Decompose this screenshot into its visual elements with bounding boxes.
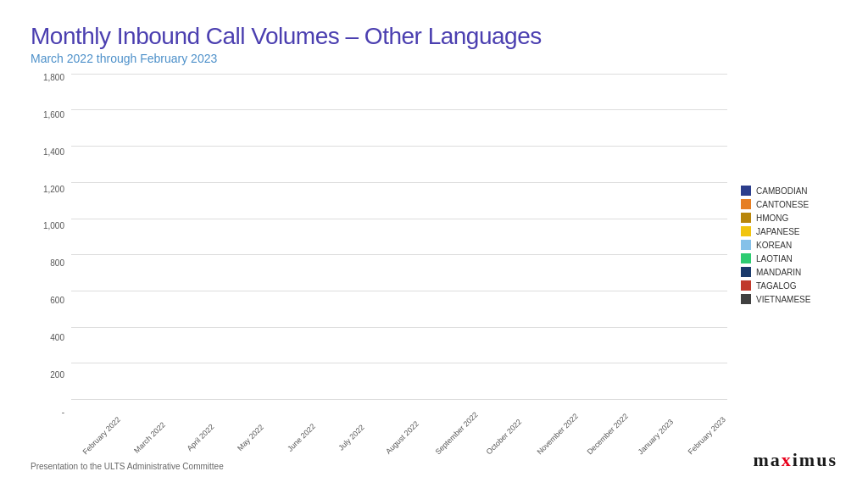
legend-item-hmong: HMONG xyxy=(741,213,837,223)
legend-label: JAPANESE xyxy=(756,227,800,236)
legend-label: LAOTIAN xyxy=(756,254,793,263)
chart-inner: 1,8001,6001,4001,2001,000800600400200- F… xyxy=(31,74,727,444)
y-axis-label: 1,000 xyxy=(43,222,64,230)
legend-label: VIETNAMESE xyxy=(756,295,810,304)
legend-item-mandarin: MANDARIN xyxy=(741,267,837,277)
y-axis-label: 400 xyxy=(50,334,64,342)
bars-and-grid: February 2022March 2022April 2022May 202… xyxy=(71,74,727,444)
legend-color-swatch xyxy=(741,213,751,223)
legend-label: HMONG xyxy=(756,214,788,223)
y-axis-label: 1,400 xyxy=(43,148,64,157)
legend-label: CAMBODIAN xyxy=(756,186,808,196)
y-axis-label: 600 xyxy=(50,297,64,305)
legend-label: KOREAN xyxy=(756,241,792,250)
footer-text: Presentation to the ULTS Administrative … xyxy=(31,462,224,471)
legend-item-cantonese: CANTONESE xyxy=(741,199,837,209)
legend-color-swatch xyxy=(741,267,751,277)
bars-row xyxy=(71,74,727,400)
grid-and-bars xyxy=(71,74,727,400)
legend-label: MANDARIN xyxy=(756,268,801,277)
legend-color-swatch xyxy=(741,294,751,304)
page: Monthly Inbound Call Volumes – Other Lan… xyxy=(0,0,868,488)
legend-item-tagalog: TAGALOG xyxy=(741,280,837,291)
y-axis-label: 1,800 xyxy=(43,74,64,82)
chart-area: 1,8001,6001,4001,2001,000800600400200- F… xyxy=(31,74,837,444)
footer: Presentation to the ULTS Administrative … xyxy=(31,449,837,471)
y-axis: 1,8001,6001,4001,2001,000800600400200- xyxy=(31,74,71,444)
legend-item-laotian: LAOTIAN xyxy=(741,253,837,263)
legend-item-japanese: JAPANESE xyxy=(741,226,837,236)
legend-item-korean: KOREAN xyxy=(741,240,837,250)
legend-label: CANTONESE xyxy=(756,200,809,209)
legend-label: TAGALOG xyxy=(756,281,797,291)
y-axis-label: - xyxy=(62,408,64,417)
page-subtitle: March 2022 through February 2023 xyxy=(31,52,837,65)
legend-color-swatch xyxy=(741,280,751,291)
x-labels: February 2022March 2022April 2022May 202… xyxy=(71,400,727,444)
y-axis-label: 1,600 xyxy=(43,111,64,119)
legend-color-swatch xyxy=(741,199,751,209)
legend: CAMBODIANCANTONESEHMONGJAPANESEKOREANLAO… xyxy=(727,74,837,444)
legend-color-swatch xyxy=(741,186,751,196)
legend-item-cambodian: CAMBODIAN xyxy=(741,186,837,196)
legend-color-swatch xyxy=(741,253,751,263)
y-axis-label: 200 xyxy=(50,371,64,380)
y-axis-label: 1,200 xyxy=(43,186,64,194)
legend-color-swatch xyxy=(741,240,751,250)
page-title: Monthly Inbound Call Volumes – Other Lan… xyxy=(31,24,837,50)
chart-container: 1,8001,6001,4001,2001,000800600400200- F… xyxy=(31,74,727,444)
y-axis-label: 800 xyxy=(50,259,64,268)
legend-item-vietnamese: VIETNAMESE xyxy=(741,294,837,304)
logo: maximus xyxy=(753,449,837,471)
legend-color-swatch xyxy=(741,226,751,236)
